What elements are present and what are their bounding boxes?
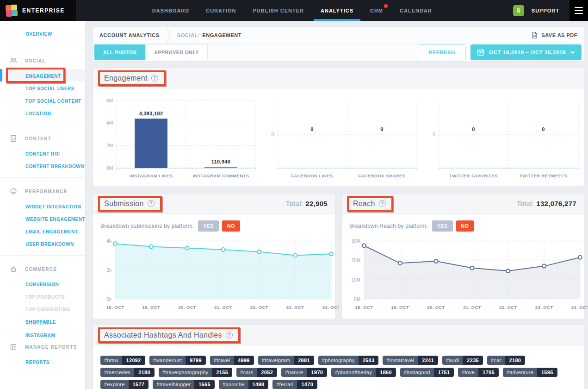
hashtags-panel: Associated Hashtags And Handles ? #bmw12… <box>93 325 584 389</box>
hashtag-chip-list: #bmw12092#wanderlust9799#travel4999#trav… <box>93 345 584 389</box>
submission-panel: Submission ? Total:22,905 Breakdown subm… <box>93 193 335 319</box>
sidebar-item-widget-interaction[interactable]: WIDGET INTERACTION <box>0 200 85 212</box>
help-icon[interactable]: ? <box>151 75 158 82</box>
hashtag-chip-cars[interactable]: #cars2052 <box>236 368 277 377</box>
svg-text:FACEBOOK LIKES: FACEBOOK LIKES <box>291 173 333 178</box>
sidebar: OVERVIEW SOCIALENGAGEMENTTOP SOCIAL USER… <box>0 21 86 389</box>
hashtag-chip-travelgram[interactable]: #travelgram2881 <box>258 356 314 365</box>
reach-breakdown-no-button[interactable]: NO <box>456 220 474 232</box>
hashtag-chip-travel[interactable]: #travel4999 <box>210 356 254 365</box>
sidebar-item-shoppable-instagram[interactable]: SHOPPABLE INSTAGRAM <box>0 315 85 327</box>
svg-text:INSTAGRAM COMMENTS: INSTAGRAM COMMENTS <box>192 173 249 178</box>
hashtag-chip-mercedes[interactable]: #mercedes2180 <box>100 368 155 377</box>
engagement-panel: Engagement ? 0M2M4M6M4,393,182INSTAGRAM … <box>93 68 584 186</box>
user-avatar[interactable]: S <box>513 5 524 16</box>
support-link[interactable]: SUPPORT <box>532 8 559 13</box>
sidebar-section-header: PERFORMANCE <box>0 184 85 198</box>
annotation-box-engagement: Engagement ? <box>98 70 166 86</box>
hashtag-chip-travelblogger[interactable]: #travelblogger1565 <box>153 380 215 389</box>
hashtag-chip-adventure[interactable]: #adventure1595 <box>503 368 557 377</box>
sidebar-item-website-engagement[interactable]: WEBSITE ENGAGEMENT <box>0 212 85 225</box>
svg-text:0: 0 <box>272 132 274 137</box>
submission-total: Total:22,905 <box>286 200 328 207</box>
sidebar-item-top-converting-content: TOP CONVERTING CONTENT <box>0 302 85 315</box>
hashtag-chip-instagood[interactable]: #instagood1751 <box>400 368 454 377</box>
sidebar-item-content-breakdown[interactable]: CONTENT BREAKDOWN <box>0 159 85 172</box>
engagement-title: Engagement <box>104 74 148 82</box>
app-logo-icon <box>6 5 18 17</box>
svg-text:TWITTER RETWEETS: TWITTER RETWEETS <box>519 173 567 178</box>
sidebar-item-location[interactable]: LOCATION <box>0 107 85 119</box>
sidebar-item-content-roi[interactable]: CONTENT ROI <box>0 147 85 159</box>
date-range-picker[interactable]: OCT 18,2018 – OCT 25,2018 <box>470 44 582 60</box>
nav-item-analytics[interactable]: ANALYTICS <box>314 0 360 21</box>
hashtag-chip-car[interactable]: #car2180 <box>487 356 525 365</box>
notification-dot-icon <box>384 4 388 8</box>
svg-text:0M: 0M <box>354 297 360 302</box>
hashtag-chip-nature[interactable]: #nature1970 <box>281 368 327 377</box>
annotation-box-reach: Reach ? <box>347 196 393 212</box>
sidebar-item-top-social-users[interactable]: TOP SOCIAL USERS <box>0 82 85 94</box>
reach-chart: 0M10M20M30M18. OCT19. OCT20. OCT21. OCT2… <box>342 233 584 319</box>
svg-text:24. OCT: 24. OCT <box>571 305 588 310</box>
sidebar-item-engagement[interactable]: ENGAGEMENT <box>0 69 85 82</box>
hashtag-chip-bmw[interactable]: #bmw12092 <box>100 356 145 365</box>
tab-approved-only[interactable]: APPROVED ONLY <box>145 44 208 60</box>
svg-text:4M: 4M <box>106 120 113 125</box>
hashtag-chip-instatravel[interactable]: #instatravel2241 <box>383 356 438 365</box>
help-icon[interactable]: ? <box>379 200 386 207</box>
hashtag-chip-photooftheday[interactable]: #photooftheday1860 <box>331 368 396 377</box>
svg-text:4,393,182: 4,393,182 <box>139 111 163 116</box>
hashtag-chip-travelphotography[interactable]: #travelphotography2155 <box>159 368 232 377</box>
sidebar-item-email-engagement[interactable]: EMAIL ENGAGEMENT <box>0 225 85 237</box>
sidebar-section-header: MANAGE REPORTS <box>0 340 85 354</box>
help-icon[interactable]: ? <box>148 200 155 207</box>
hashtag-chip-photography[interactable]: #photography2503 <box>318 356 379 365</box>
submission-chart: 0k2k4k18. OCT19. OCT20. OCT21. OCT22. OC… <box>93 233 335 319</box>
pdf-document-icon <box>531 31 538 39</box>
sidebar-item-conversion[interactable]: CONVERSION <box>0 277 85 290</box>
annotation-box-hashtags: Associated Hashtags And Handles ? <box>98 327 240 343</box>
svg-text:0: 0 <box>381 126 384 132</box>
nav-item-curation[interactable]: CURATION <box>199 0 243 21</box>
svg-text:19. OCT: 19. OCT <box>391 305 409 310</box>
hashtag-chip-porsche[interactable]: #porsche1498 <box>219 380 268 389</box>
submission-breakdown-yes-button[interactable]: YES <box>198 220 219 232</box>
svg-text:21. OCT: 21. OCT <box>463 305 481 310</box>
hashtag-chip-love[interactable]: #love1705 <box>458 368 498 377</box>
sidebar-item-top-social-content[interactable]: TOP SOCIAL CONTENT <box>0 94 85 107</box>
calendar-icon <box>477 49 484 56</box>
svg-text:30M: 30M <box>352 238 360 244</box>
sidebar-item-user-breakdown[interactable]: USER BREAKDOWN <box>0 237 85 250</box>
hashtag-chip-ferrari[interactable]: #ferrari1470 <box>272 380 317 389</box>
gauge-icon <box>10 188 17 195</box>
sidebar-item-overview[interactable]: OVERVIEW <box>0 25 85 41</box>
svg-text:0: 0 <box>542 126 545 132</box>
nav-item-calendar[interactable]: CALENDAR <box>393 0 439 21</box>
hashtag-chip-audi[interactable]: #audi2235 <box>442 356 483 365</box>
hamburger-menu-icon[interactable] <box>569 0 588 21</box>
breadcrumb-account-analytics[interactable]: ACCOUNT ANALYTICS <box>99 32 160 38</box>
reach-breakdown-yes-button[interactable]: YES <box>432 220 453 232</box>
reach-title: Reach <box>353 200 375 208</box>
save-as-pdf-button[interactable]: SAVE AS PDF <box>531 31 577 39</box>
brand-logo-area[interactable]: ENTERPRISE <box>0 0 76 21</box>
refresh-button[interactable]: REFRESH <box>418 44 466 60</box>
svg-text:0: 0 <box>433 132 435 137</box>
help-icon[interactable]: ? <box>226 332 233 339</box>
reach-total: Total:132,076,277 <box>517 200 576 207</box>
nav-item-dashboard[interactable]: DASHBOARD <box>145 0 197 21</box>
nav-item-crm[interactable]: CRM <box>363 0 390 21</box>
instagram-engagement-chart: 0M2M4M6M4,393,182INSTAGRAM LIKES110,940I… <box>97 92 258 184</box>
sidebar-item-reports[interactable]: REPORTS <box>0 355 85 368</box>
submission-breakdown-no-button[interactable]: NO <box>222 220 240 232</box>
sidebar-section-social: SOCIALENGAGEMENTTOP SOCIAL USERSTOP SOCI… <box>0 47 85 125</box>
svg-text:TWITTER FAVORITES: TWITTER FAVORITES <box>449 173 498 178</box>
hashtag-chip-wanderlust[interactable]: #wanderlust9799 <box>149 356 206 365</box>
svg-text:2k: 2k <box>106 268 112 273</box>
breadcrumb-chevron-icon <box>166 28 171 43</box>
nav-item-publish-center[interactable]: PUBLISH CENTER <box>246 0 311 21</box>
svg-text:6M: 6M <box>106 98 113 103</box>
hashtag-chip-explore[interactable]: #explore1577 <box>100 380 149 389</box>
tab-all-photos[interactable]: ALL PHOTOS <box>94 44 145 60</box>
